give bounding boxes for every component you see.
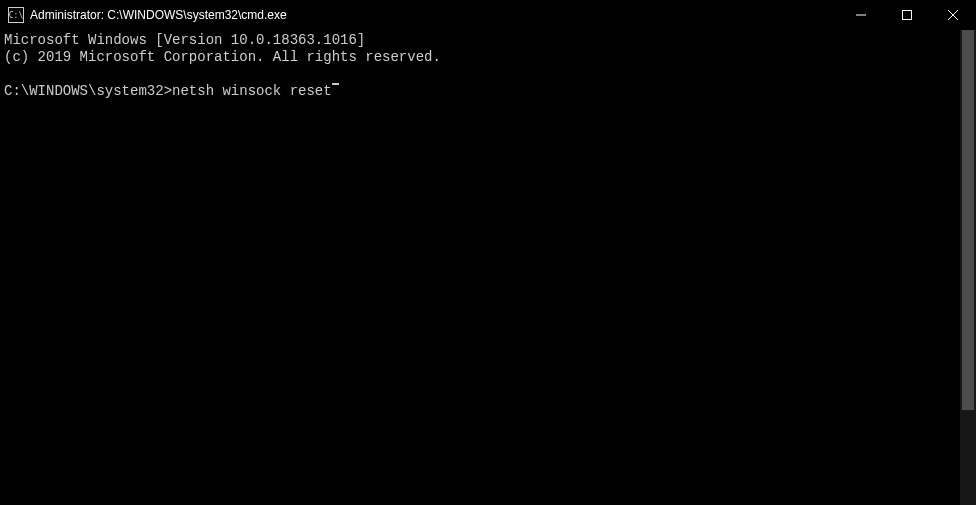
svg-rect-1: [903, 11, 912, 20]
terminal-content[interactable]: Microsoft Windows [Version 10.0.18363.10…: [0, 30, 960, 505]
prompt-text: C:\WINDOWS\system32>: [4, 83, 172, 100]
scrollbar-vertical[interactable]: [960, 30, 976, 505]
minimize-button[interactable]: [838, 0, 884, 30]
maximize-button[interactable]: [884, 0, 930, 30]
cmd-icon-text: C:\: [9, 11, 23, 20]
window-titlebar: C:\ Administrator: C:\WINDOWS\system32\c…: [0, 0, 976, 30]
scrollbar-thumb[interactable]: [962, 30, 974, 410]
window-title: Administrator: C:\WINDOWS\system32\cmd.e…: [30, 8, 838, 22]
maximize-icon: [902, 10, 912, 20]
minimize-icon: [856, 10, 866, 20]
cmd-icon: C:\: [8, 7, 24, 23]
window-controls: [838, 0, 976, 30]
version-line: Microsoft Windows [Version 10.0.18363.10…: [4, 32, 365, 48]
terminal-area: Microsoft Windows [Version 10.0.18363.10…: [0, 30, 976, 505]
close-button[interactable]: [930, 0, 976, 30]
close-icon: [948, 10, 958, 20]
cursor: [332, 83, 339, 85]
command-input[interactable]: netsh winsock reset: [172, 83, 332, 100]
copyright-line: (c) 2019 Microsoft Corporation. All righ…: [4, 49, 441, 65]
